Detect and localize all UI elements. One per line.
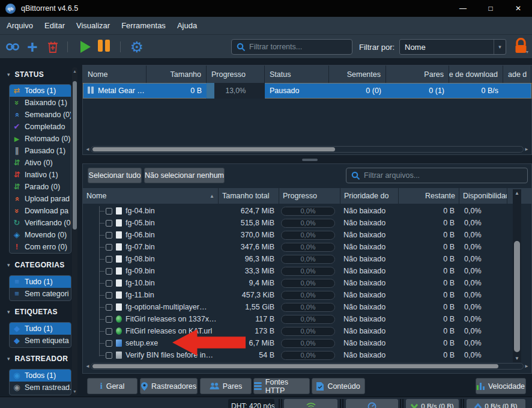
menu-visualizar[interactable]: Visualizar — [76, 21, 110, 30]
add-link-icon[interactable] — [5, 35, 20, 59]
sidebar-item[interactable]: ⇵ Inativo (1) — [10, 169, 71, 181]
column-header-velocidade-upload[interactable]: ade d — [503, 65, 531, 83]
file-row[interactable]: FitGirl releases on 1337x… 117 B 0,0% Nã… — [83, 313, 510, 325]
sidebar-item[interactable]: ∥ Pausado (1) — [10, 145, 71, 157]
file-row[interactable]: setup.exe 6,7 MiB 0,0% Não baixado 0 B 0… — [83, 337, 510, 349]
scroll-right-icon[interactable]: ► — [524, 147, 530, 152]
upload-speed-widget[interactable]: 0 B/s (0 B) — [467, 399, 525, 408]
scroll-up-icon[interactable]: ▲ — [72, 69, 77, 73]
sidebar-item[interactable]: » Upload parad — [10, 193, 71, 205]
file-priority[interactable]: Não baixado — [340, 243, 399, 251]
file-row[interactable]: Verify BIN files before in… 54 B 0,0% Nã… — [83, 349, 510, 361]
sidebar-item[interactable]: ◈ Movendo (0) — [10, 229, 71, 241]
file-checkbox[interactable] — [106, 304, 112, 311]
splitter-handle[interactable] — [302, 159, 318, 161]
file-checkbox[interactable] — [106, 328, 112, 335]
file-priority[interactable]: Não baixado — [340, 255, 399, 263]
file-checkbox[interactable] — [106, 220, 112, 227]
pause-icon[interactable] — [96, 35, 112, 59]
sidebar-item[interactable]: ◉ Todos (1) — [10, 370, 71, 382]
scroll-left-icon[interactable]: ◄ — [85, 364, 91, 369]
delete-icon[interactable] — [46, 35, 60, 59]
maximize-icon[interactable]: □ — [477, 0, 504, 17]
sidebar-item[interactable]: ≡ Tudo (1) — [10, 276, 71, 288]
tab-pares[interactable]: Pares — [200, 378, 252, 394]
file-checkbox[interactable] — [106, 268, 112, 275]
sidebar-item[interactable]: ≡ Sem categori — [10, 288, 71, 300]
file-priority[interactable]: Não baixado — [340, 207, 399, 215]
column-header-tamanho[interactable]: Tamanho — [147, 65, 207, 83]
file-row[interactable]: FitGirl releases on KAT.url 173 B 0,0% N… — [83, 325, 510, 337]
file-row[interactable]: fg-10.bin 9,4 MiB 0,0% Não baixado 0 B 0… — [83, 277, 510, 289]
sidebar-item[interactable]: ⇵ Ativo (0) — [10, 157, 71, 169]
menu-arquivo[interactable]: Arquivo — [7, 21, 33, 30]
column-header-tamanho-total[interactable]: Tamanho total — [219, 188, 279, 204]
file-priority[interactable]: Não baixado — [340, 303, 399, 311]
resume-icon[interactable] — [78, 35, 92, 59]
file-checkbox[interactable] — [106, 256, 112, 263]
file-horizontal-scrollbar[interactable]: ◄ ► — [85, 362, 530, 370]
scroll-down-icon[interactable]: ▼ — [513, 356, 521, 361]
file-priority[interactable]: Não baixado — [340, 231, 399, 239]
scroll-up-icon[interactable]: ▲ — [513, 190, 521, 196]
column-header-status[interactable]: Status — [265, 65, 329, 83]
file-priority[interactable]: Não baixado — [340, 219, 399, 227]
file-priority[interactable]: Não baixado — [340, 267, 399, 275]
menu-editar[interactable]: Editar — [44, 21, 65, 30]
torrent-row-selected[interactable]: Metal Gear … 0 B 13,0% Pausado 0 (0) 0 (… — [83, 83, 531, 99]
sidebar-item[interactable]: ✔ Completado — [10, 121, 71, 133]
file-priority[interactable]: Não baixado — [340, 279, 399, 287]
tab-fontes-http[interactable]: Fontes HTTP — [253, 378, 310, 394]
column-header-velocidade-download[interactable]: e de download — [449, 65, 503, 83]
file-checkbox[interactable] — [106, 292, 112, 299]
file-checkbox[interactable] — [106, 340, 112, 347]
menu-ajuda[interactable]: Ajuda — [177, 21, 197, 30]
sidebar-item[interactable]: ! Com erro (0) — [10, 241, 71, 253]
column-header-prioridade[interactable]: Prioridade do — [340, 188, 399, 204]
menu-ferramentas[interactable]: Ferramentas — [121, 21, 166, 30]
scroll-down-icon[interactable]: ▼ — [72, 389, 77, 394]
scroll-right-icon[interactable]: ► — [524, 364, 530, 369]
sidebar-item[interactable]: ◉ Sem rastread. — [10, 382, 71, 394]
sidebar-item[interactable]: ◆ Tudo (1) — [10, 323, 71, 335]
file-row[interactable]: fg-11.bin 457,3 KiB 0,0% Não baixado 0 B… — [83, 289, 510, 301]
column-header-progresso[interactable]: Progresso — [279, 188, 340, 204]
select-all-button[interactable]: Selecionar tudo — [88, 168, 142, 183]
file-row[interactable]: fg-optional-multiplayer… 1,55 GiB 0,0% N… — [83, 301, 510, 313]
file-checkbox[interactable] — [106, 352, 112, 359]
sidebar-item[interactable]: » Download pa — [10, 205, 71, 217]
scrollbar-thumb[interactable] — [73, 81, 77, 230]
scroll-left-icon[interactable]: ◄ — [85, 147, 91, 152]
categories-section-header[interactable]: ▾ CATEGORIAS — [7, 260, 65, 270]
chevron-down-icon[interactable]: ▾ — [526, 49, 528, 55]
trackers-section-header[interactable]: ▾ RASTREADOR — [7, 353, 68, 364]
file-priority[interactable]: Não baixado — [340, 315, 399, 323]
sidebar-item[interactable]: ⇵ Parado (0) — [10, 181, 71, 193]
sidebar-scrollbar[interactable]: ▲ ▼ — [72, 67, 77, 395]
file-checkbox[interactable] — [106, 208, 112, 215]
status-section-header[interactable]: ▾ STATUS — [7, 69, 44, 80]
sidebar-item[interactable]: ↻ Verificando (0 — [10, 217, 71, 229]
file-checkbox[interactable] — [106, 244, 112, 251]
file-checkbox[interactable] — [106, 280, 112, 287]
sidebar-item[interactable]: » Baixando (1) — [10, 97, 71, 109]
sidebar-item[interactable]: ⇄ Todos (1) — [10, 85, 71, 97]
options-gear-icon[interactable]: ⚙ — [128, 35, 145, 59]
scrollbar-thumb[interactable] — [92, 364, 498, 368]
file-priority[interactable]: Não baixado — [340, 339, 399, 347]
file-filter-input[interactable] — [364, 171, 514, 180]
sidebar-item[interactable]: ▶ Retomado (0) — [10, 133, 71, 145]
scrollbar-thumb[interactable] — [92, 147, 335, 151]
column-header-nome[interactable]: Nome — [83, 65, 147, 83]
column-header-progresso[interactable]: Progresso — [207, 65, 265, 83]
torrent-horizontal-scrollbar[interactable]: ◄ ► — [85, 145, 530, 153]
file-priority[interactable]: Não baixado — [340, 351, 399, 359]
connection-status-widget[interactable] — [284, 399, 337, 408]
file-row[interactable]: fg-06.bin 370,0 MiB 0,0% Não baixado 0 B… — [83, 229, 510, 241]
file-vertical-scrollbar[interactable]: ▲ ▼ — [513, 189, 521, 362]
tab-geral[interactable]: i Geral — [87, 378, 138, 394]
file-row[interactable]: fg-07.bin 347,6 MiB 0,0% Não baixado 0 B… — [83, 241, 510, 253]
sidebar-item[interactable]: » Semeando (0) — [10, 109, 71, 121]
tags-section-header[interactable]: ▾ ETIQUETAS — [7, 306, 58, 317]
add-torrent-icon[interactable]: + — [25, 35, 40, 59]
